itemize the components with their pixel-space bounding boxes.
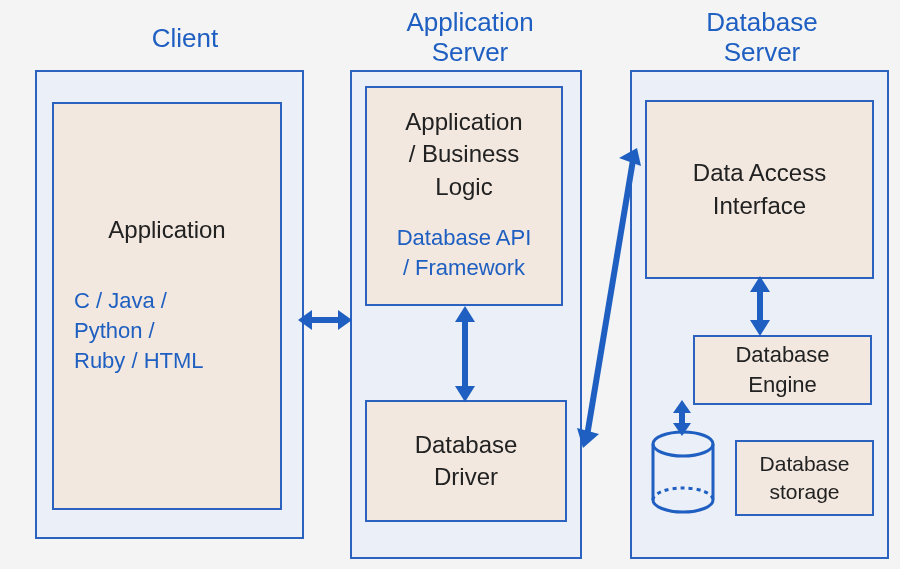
database-api-label: Database API/ Framework — [367, 223, 561, 282]
client-tech-label: C / Java /Python /Ruby / HTML — [54, 286, 280, 375]
arrow-access-engine — [740, 276, 780, 336]
database-storage-box: Databasestorage — [735, 440, 874, 516]
data-access-interface-label: Data AccessInterface — [693, 157, 826, 222]
svg-marker-6 — [455, 386, 475, 402]
svg-marker-3 — [338, 310, 352, 330]
business-logic-box: Application/ BusinessLogic Database API/… — [365, 86, 563, 306]
client-application-label: Application — [54, 214, 280, 246]
database-engine-label: DatabaseEngine — [735, 340, 829, 399]
svg-marker-5 — [455, 306, 475, 322]
svg-marker-11 — [750, 276, 770, 292]
database-engine-box: DatabaseEngine — [693, 335, 872, 405]
data-access-interface-box: Data AccessInterface — [645, 100, 874, 279]
svg-line-7 — [587, 160, 633, 436]
dbserver-column-title: DatabaseServer — [672, 8, 852, 68]
architecture-diagram: Client ApplicationServer DatabaseServer … — [0, 0, 900, 569]
arrow-engine-storage — [665, 400, 699, 436]
client-column-title: Client — [110, 24, 260, 54]
svg-marker-12 — [750, 320, 770, 336]
database-driver-box: DatabaseDriver — [365, 400, 567, 522]
client-application-box: Application C / Java /Python /Ruby / HTM… — [52, 102, 282, 510]
database-storage-label: Databasestorage — [760, 450, 850, 507]
arrow-client-appserver — [298, 300, 352, 340]
svg-marker-2 — [298, 310, 312, 330]
svg-marker-14 — [673, 400, 691, 413]
database-cylinder-icon — [648, 430, 718, 520]
svg-marker-8 — [577, 428, 599, 448]
business-logic-label: Application/ BusinessLogic — [367, 106, 561, 203]
arrow-logic-driver — [445, 306, 485, 402]
database-driver-label: DatabaseDriver — [415, 429, 518, 494]
appserver-column-title: ApplicationServer — [380, 8, 560, 68]
svg-marker-15 — [673, 423, 691, 436]
arrow-driver-dataaccess — [575, 148, 645, 448]
